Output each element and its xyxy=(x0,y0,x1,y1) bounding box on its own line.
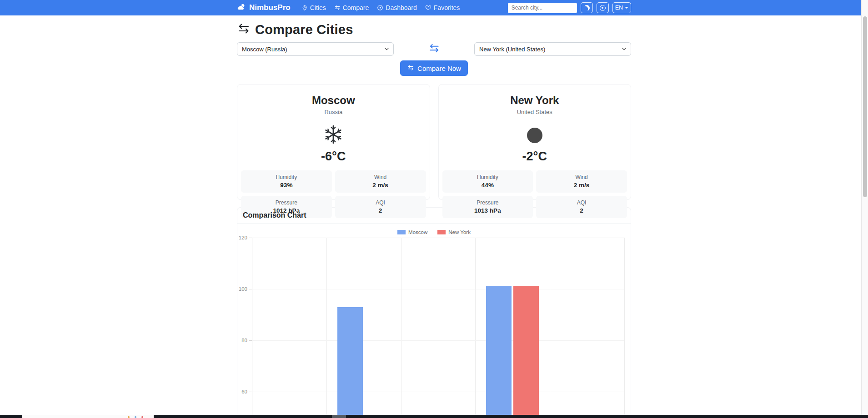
y-tick-mark xyxy=(249,238,252,238)
scrollbar-thumb[interactable] xyxy=(863,16,867,197)
nav-links: Cities Compare Dashboard xyxy=(301,4,460,11)
cloud-sun-icon xyxy=(237,3,246,13)
stat-aqi: AQI 2 xyxy=(335,196,426,218)
taskbar-app-icon xyxy=(332,415,346,418)
stat-wind: Wind 2 m/s xyxy=(536,170,627,193)
stat-value: 1013 hPa xyxy=(444,207,532,214)
compare-now-button[interactable]: Compare Now xyxy=(400,60,468,76)
scrollbar[interactable] xyxy=(861,0,868,418)
city-card-moscow: Moscow Russia -6°C Humidit xyxy=(237,84,430,200)
compare-arrows-icon xyxy=(237,22,251,37)
stat-value: 44% xyxy=(444,182,532,189)
legend-label: New York xyxy=(448,229,471,235)
stat-label: Wind xyxy=(538,174,625,180)
gridline-vertical xyxy=(624,238,625,418)
new-moon-icon xyxy=(527,128,542,143)
legend-swatch xyxy=(397,230,406,234)
stat-label: AQI xyxy=(538,199,625,206)
stat-label: Humidity xyxy=(444,174,532,180)
language-dropdown[interactable]: EN xyxy=(612,2,631,13)
stat-value: 2 m/s xyxy=(538,182,625,189)
nav-item-cities[interactable]: Cities xyxy=(301,4,326,11)
compare-arrows-icon xyxy=(407,64,414,73)
gridline-vertical xyxy=(475,238,476,418)
gridline-vertical xyxy=(401,238,401,418)
left-city-select[interactable]: Moscow (Russia) xyxy=(237,42,394,56)
chart-plot: 120100806040200-20 xyxy=(252,238,624,418)
stat-label: Pressure xyxy=(444,199,532,206)
legend-item-moscow[interactable]: Moscow xyxy=(397,229,427,235)
y-tick-mark xyxy=(249,289,252,289)
page-title: Compare Cities xyxy=(255,22,353,37)
stat-label: Pressure xyxy=(243,199,330,206)
chevron-down-icon xyxy=(625,7,628,9)
language-label: EN xyxy=(615,5,623,11)
chart-legend: MoscowNew York xyxy=(237,229,631,235)
stat-humidity: Humidity 44% xyxy=(442,170,533,193)
y-tick-label: 120 xyxy=(239,235,247,240)
gridline-horizontal xyxy=(252,392,624,392)
geo-pin-icon xyxy=(301,5,308,11)
bar-new-york-pressure-10 xyxy=(513,286,539,418)
left-city-select-wrap: Moscow (Russia) xyxy=(237,42,394,56)
brand[interactable]: NimbusPro xyxy=(237,3,291,13)
arrow-left-right-icon xyxy=(334,5,341,11)
stat-label: Humidity xyxy=(243,174,330,180)
nav-item-label: Compare xyxy=(343,4,369,11)
temperature: -6°C xyxy=(241,149,426,164)
gridline-horizontal xyxy=(252,340,624,341)
search-box xyxy=(508,3,577,13)
gridline-vertical xyxy=(550,238,550,418)
right-city-select-wrap: New York (United States) xyxy=(474,42,631,56)
city-card-new-york: New York United States -2°C Humidity 44%… xyxy=(438,84,632,200)
stat-humidity: Humidity 93% xyxy=(241,170,332,193)
y-tick-label: 80 xyxy=(241,338,247,343)
temperature: -2°C xyxy=(442,149,627,164)
nav-item-label: Dashboard xyxy=(386,4,417,11)
brand-label: NimbusPro xyxy=(249,3,291,12)
comparison-chart: MoscowNew York 120100806040200-20 xyxy=(237,224,631,418)
bar-moscow-humidity xyxy=(337,307,363,418)
stat-value: 2 xyxy=(337,207,424,214)
city-country: United States xyxy=(442,109,627,115)
crosshair-target-icon xyxy=(600,5,606,11)
stat-label: Wind xyxy=(337,174,424,180)
gridline-horizontal xyxy=(252,289,624,289)
stat-aqi: AQI 2 xyxy=(536,196,627,218)
comparison-chart-card: Comparison Chart MoscowNew York 12010080… xyxy=(237,207,631,418)
y-axis-line xyxy=(252,238,252,418)
right-city-select[interactable]: New York (United States) xyxy=(474,42,631,56)
snowflake-icon xyxy=(324,125,343,146)
compare-now-label: Compare Now xyxy=(417,65,461,72)
dark-mode-button[interactable] xyxy=(581,2,593,13)
swap-cities-icon xyxy=(428,42,440,56)
stat-value: 93% xyxy=(243,182,330,189)
stat-value: 2 m/s xyxy=(337,182,424,189)
y-tick-mark xyxy=(249,340,252,341)
speedometer-icon xyxy=(377,5,383,11)
city-name: New York xyxy=(442,94,627,107)
stat-wind: Wind 2 m/s xyxy=(335,170,426,193)
legend-label: Moscow xyxy=(408,229,427,235)
moon-stars-icon xyxy=(584,5,590,11)
y-tick-label: 100 xyxy=(239,286,247,292)
y-tick-label: 60 xyxy=(241,389,247,394)
heart-icon xyxy=(425,5,431,11)
nav-item-compare[interactable]: Compare xyxy=(334,4,369,11)
stat-pressure: Pressure 1013 hPa xyxy=(442,196,533,218)
taskbar xyxy=(0,415,868,418)
stat-label: AQI xyxy=(337,199,424,206)
search-input[interactable] xyxy=(508,5,577,11)
stat-value: 2 xyxy=(538,207,625,214)
gridline-vertical xyxy=(326,238,327,418)
nav-item-dashboard[interactable]: Dashboard xyxy=(377,4,417,11)
city-country: Russia xyxy=(241,109,426,115)
nav-item-favorites[interactable]: Favorites xyxy=(425,4,460,11)
navbar: NimbusPro Cities Compare xyxy=(0,0,868,15)
legend-item-new-york[interactable]: New York xyxy=(437,229,471,235)
bar-moscow-pressure-10 xyxy=(486,286,512,418)
locate-button[interactable] xyxy=(597,2,609,13)
taskbar-search xyxy=(22,415,154,418)
nav-item-label: Cities xyxy=(310,4,326,11)
nav-item-label: Favorites xyxy=(434,4,460,11)
